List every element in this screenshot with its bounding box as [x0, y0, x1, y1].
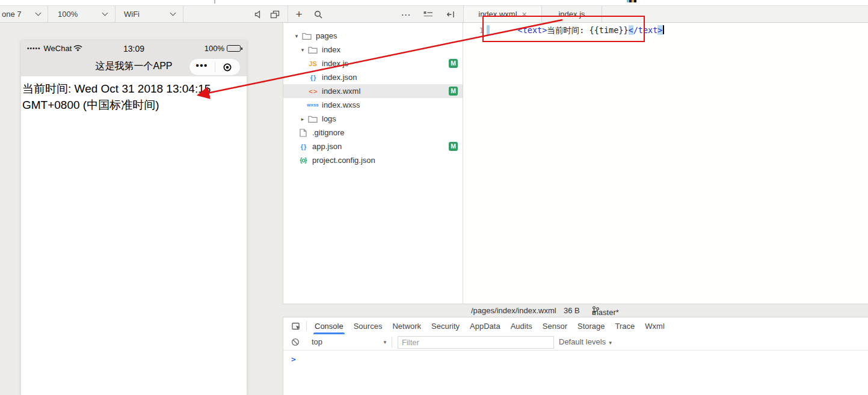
- device-dropdown-label: one 7: [2, 10, 22, 19]
- code-editor[interactable]: 1 <text>当前时间: {{time}}</text>: [463, 23, 868, 304]
- network-dropdown-label: WiFi: [124, 10, 140, 19]
- git-branch-label: master*: [592, 308, 619, 317]
- locate-file-button[interactable]: [422, 6, 435, 23]
- git-branch[interactable]: master*: [592, 306, 599, 315]
- file-explorer: ▾ pages ▾ index JS index.js M { } index.…: [283, 23, 463, 304]
- tree-item-index-json[interactable]: { } index.json: [283, 70, 463, 84]
- devtools-tab-security[interactable]: Security: [431, 317, 460, 334]
- inspect-cursor-icon: [292, 322, 301, 331]
- cropped-tick-fragment: [214, 0, 215, 4]
- menu-dots-icon: •••: [196, 60, 208, 70]
- devtools-tab-trace[interactable]: Trace: [615, 317, 635, 334]
- cropped-icon-fragment: [627, 0, 636, 2]
- more-menu-button[interactable]: •••: [189, 59, 215, 75]
- devtools-tab-audits[interactable]: Audits: [511, 317, 532, 334]
- bracket-token: >: [657, 25, 662, 35]
- phone-nav-bar: 这是我第一个APP •••: [21, 57, 247, 76]
- tree-item-pages[interactable]: ▾ pages: [283, 29, 463, 43]
- tree-item-index-js[interactable]: JS index.js M: [283, 57, 463, 70]
- chevron-collapsed-icon[interactable]: ▸: [299, 116, 306, 122]
- clear-console-button[interactable]: [291, 338, 300, 346]
- devtools-tab-sensor[interactable]: Sensor: [543, 317, 567, 334]
- filter-input[interactable]: [398, 336, 554, 349]
- tree-item-index[interactable]: ▾ index: [283, 43, 463, 57]
- ellipsis-icon: ⋯: [401, 9, 411, 20]
- tree-item-label: app.json: [312, 142, 342, 151]
- float-window-button[interactable]: [269, 9, 280, 20]
- file-status-bar: /pages/index/index.wxml 36 B master*: [283, 304, 868, 317]
- tree-item-label: index.js: [322, 59, 348, 68]
- tree-item-label: pages: [316, 31, 337, 40]
- bracket-token: <: [629, 25, 633, 35]
- collapse-panel-button[interactable]: [444, 6, 457, 23]
- devtools-tab-wxml[interactable]: Wxml: [645, 317, 665, 334]
- collapse-left-icon: [446, 10, 455, 19]
- tree-item-index-wxml[interactable]: < > index.wxml M: [283, 84, 463, 98]
- folder-open-icon: [307, 46, 318, 54]
- tree-item-index-wxss[interactable]: wxss index.wxss: [283, 98, 463, 112]
- target-circle-icon: [223, 63, 232, 72]
- plus-icon: +: [295, 8, 302, 21]
- tree-item-label: index.wxss: [322, 100, 360, 109]
- chevron-expanded-icon[interactable]: ▾: [299, 47, 306, 53]
- line-number: 1: [463, 25, 484, 36]
- add-file-button[interactable]: +: [288, 6, 305, 23]
- tab-index-wxml[interactable]: index.wxml ×: [464, 6, 542, 22]
- devtools-tab-appdata[interactable]: AppData: [470, 317, 500, 334]
- close-miniprogram-button[interactable]: [215, 59, 241, 75]
- close-icon[interactable]: ×: [522, 10, 527, 19]
- open-tag-token: <text>: [518, 25, 547, 35]
- console-prompt-chevron: >: [291, 355, 296, 364]
- tree-item-app-json[interactable]: { } app.json M: [283, 139, 463, 153]
- speaker-icon: [254, 10, 263, 19]
- devtools-tab-network[interactable]: Network: [392, 317, 421, 334]
- console-output[interactable]: >: [283, 351, 868, 395]
- chevron-expanded-icon[interactable]: ▾: [293, 33, 300, 39]
- devtools-tab-console[interactable]: Console: [315, 317, 343, 334]
- network-dropdown[interactable]: WiFi: [115, 6, 183, 22]
- more-actions-button[interactable]: ⋯: [399, 6, 413, 23]
- tree-item-label: index: [322, 45, 340, 54]
- js-file-icon: JS: [307, 60, 318, 67]
- chevron-down-icon: [170, 10, 176, 16]
- context-selector[interactable]: top: [312, 337, 322, 346]
- tab-index-js[interactable]: index.js: [542, 6, 602, 22]
- sound-button[interactable]: [253, 9, 263, 20]
- modified-badge: M: [449, 142, 458, 151]
- text-content-token: 当前时间: {{time}}: [547, 25, 628, 35]
- code-text: <text>当前时间: {{time}}</text>: [498, 25, 664, 36]
- json-file-icon: { }: [298, 143, 309, 150]
- modified-badge: M: [449, 87, 458, 96]
- chevron-down-icon: ▼: [608, 340, 613, 346]
- devtools-tab-sources[interactable]: Sources: [354, 317, 383, 334]
- devtools-tabbar: Console Sources Network Security AppData…: [283, 317, 868, 334]
- file-size: 36 B: [564, 306, 580, 315]
- console-toolbar: top ▼ Default levels ▼: [283, 334, 868, 351]
- tree-item-label: logs: [322, 114, 336, 123]
- tree-item-gitignore[interactable]: .gitignore: [283, 126, 463, 139]
- text-cursor: [663, 25, 664, 34]
- chevron-down-icon: ▼: [383, 340, 387, 345]
- block-icon: [291, 338, 300, 346]
- battery-icon: [227, 45, 241, 52]
- tree-item-logs[interactable]: ▸ logs: [283, 112, 463, 126]
- search-files-button[interactable]: [312, 6, 325, 23]
- levels-dropdown[interactable]: Default levels ▼: [559, 337, 613, 346]
- phone-status-bar: ••••• WeChat 13:09 100%: [21, 40, 247, 57]
- tab-label: index.wxml: [478, 10, 517, 19]
- tree-item-project-config-json[interactable]: {o} project.config.json: [283, 153, 463, 167]
- zoom-dropdown[interactable]: 100%: [48, 6, 115, 22]
- list-locate-icon: [423, 11, 433, 18]
- code-line-1[interactable]: 1 <text>当前时间: {{time}}</text>: [463, 25, 868, 36]
- chevron-down-icon: [102, 10, 108, 16]
- file-icon: [298, 129, 309, 137]
- json-file-icon: { }: [307, 74, 318, 81]
- device-dropdown[interactable]: one 7: [0, 6, 48, 22]
- inspect-element-button[interactable]: [292, 322, 300, 331]
- tree-item-label: index.json: [322, 73, 357, 82]
- zoom-dropdown-label: 100%: [58, 10, 78, 19]
- devtools-tab-storage[interactable]: Storage: [577, 317, 605, 334]
- toolbar-divider: [392, 337, 392, 348]
- main-toolbar: one 7 100% WiFi + ⋯: [0, 5, 868, 23]
- tree-item-label: .gitignore: [312, 128, 344, 137]
